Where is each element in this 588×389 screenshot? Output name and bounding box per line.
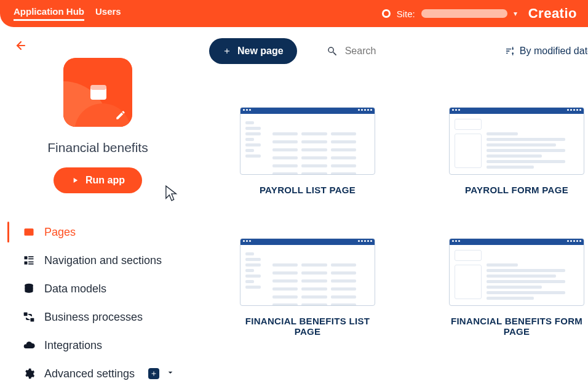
sidenav-integrations[interactable]: Integrations bbox=[18, 331, 188, 359]
database-icon bbox=[22, 282, 36, 295]
toolbar: New page By modified date ▾ bbox=[197, 38, 588, 64]
sidenav-label: Integrations bbox=[44, 339, 102, 352]
site-name-redacted bbox=[421, 9, 507, 18]
svg-rect-12 bbox=[28, 262, 33, 263]
process-icon bbox=[22, 310, 36, 324]
svg-rect-8 bbox=[25, 256, 28, 259]
sidenav-data-models[interactable]: Data models bbox=[18, 275, 188, 303]
gear-icon bbox=[22, 367, 36, 380]
back-button[interactable] bbox=[12, 38, 27, 53]
chevron-down-icon: ▾ bbox=[514, 9, 517, 18]
nav-left: Application Hub Users bbox=[14, 6, 121, 21]
sort-dropdown[interactable]: By modified date ▾ bbox=[505, 46, 588, 57]
new-page-label: New page bbox=[237, 46, 284, 57]
page-thumb-form bbox=[449, 107, 584, 175]
site-label: Site: bbox=[397, 9, 415, 19]
nav-right: Site: ▾ Creatio bbox=[382, 6, 577, 22]
add-setting-button[interactable] bbox=[148, 368, 159, 379]
page-thumb-list bbox=[240, 238, 375, 306]
svg-rect-5 bbox=[90, 85, 106, 90]
main-area: New page By modified date ▾ bbox=[197, 27, 588, 389]
page-card-label: FINANCIAL BENEFITS LIST PAGE bbox=[240, 316, 375, 337]
sort-icon bbox=[505, 46, 515, 56]
navigation-icon bbox=[22, 254, 36, 267]
page-card-label: PAYROLL LIST PAGE bbox=[260, 185, 356, 195]
page-card-grid: PAYROLL LIST PAGE bbox=[221, 107, 588, 337]
page-card[interactable]: FINANCIAL BENEFITS LIST PAGE bbox=[221, 238, 394, 337]
sidenav-navigation[interactable]: Navigation and sections bbox=[18, 246, 188, 275]
top-bar: Application Hub Users Site: ▾ Creatio bbox=[0, 0, 588, 27]
svg-rect-16 bbox=[31, 318, 34, 322]
brand-logo: Creatio bbox=[528, 6, 577, 22]
sidenav-label: Navigation and sections bbox=[44, 254, 162, 267]
left-panel: Financial benefits Run app Pages bbox=[0, 27, 197, 389]
sidenav: Pages Navigation and sections Data model… bbox=[7, 218, 188, 388]
app-name: Financial benefits bbox=[47, 140, 148, 155]
sidenav-pages[interactable]: Pages bbox=[18, 218, 188, 246]
pages-icon bbox=[22, 225, 36, 239]
page-card[interactable]: PAYROLL FORM PAGE bbox=[431, 107, 588, 195]
sidenav-business-processes[interactable]: Business processes bbox=[18, 303, 188, 331]
edit-icon[interactable] bbox=[115, 110, 126, 121]
cloud-icon bbox=[22, 339, 36, 352]
search-icon bbox=[327, 46, 338, 57]
search-input[interactable] bbox=[344, 45, 469, 57]
svg-rect-11 bbox=[25, 262, 28, 265]
page-card[interactable]: FINANCIAL BENEFITS FORM PAGE bbox=[431, 238, 588, 337]
page-card-label: PAYROLL FORM PAGE bbox=[465, 185, 568, 195]
svg-rect-13 bbox=[28, 263, 33, 265]
page-thumb-form bbox=[449, 238, 584, 306]
page-thumb-list bbox=[240, 107, 375, 175]
page-card[interactable]: PAYROLL LIST PAGE bbox=[221, 107, 394, 195]
sidenav-label: Business processes bbox=[44, 311, 143, 324]
svg-rect-10 bbox=[28, 259, 33, 260]
site-selector[interactable]: Site: ▾ bbox=[382, 9, 517, 19]
sidenav-label: Pages bbox=[44, 226, 76, 239]
page-card-label: FINANCIAL BENEFITS FORM PAGE bbox=[449, 316, 584, 337]
run-app-button[interactable]: Run app bbox=[54, 167, 142, 193]
svg-rect-9 bbox=[28, 256, 33, 257]
new-page-button[interactable]: New page bbox=[209, 38, 297, 64]
nav-application-hub[interactable]: Application Hub bbox=[14, 6, 84, 21]
svg-rect-15 bbox=[24, 313, 28, 316]
chevron-down-icon[interactable] bbox=[165, 367, 175, 380]
radio-icon bbox=[382, 9, 391, 18]
sort-label: By modified date bbox=[520, 46, 588, 57]
app-tile[interactable] bbox=[63, 58, 132, 127]
run-app-label: Run app bbox=[85, 175, 125, 186]
sidenav-label: Data models bbox=[44, 283, 106, 295]
sidenav-advanced-settings[interactable]: Advanced settings bbox=[18, 359, 188, 388]
app-card: Financial benefits Run app bbox=[7, 58, 188, 193]
sidenav-label: Advanced settings bbox=[44, 367, 135, 380]
search-field[interactable] bbox=[327, 45, 469, 57]
nav-users[interactable]: Users bbox=[95, 6, 121, 21]
